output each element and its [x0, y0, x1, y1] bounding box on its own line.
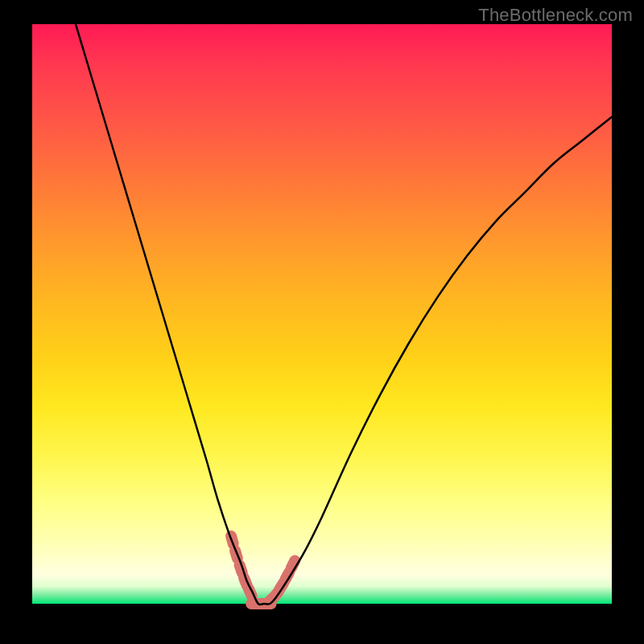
- highlight-group: [224, 529, 302, 611]
- chart-frame: TheBottleneck.com: [0, 0, 644, 644]
- plot-area: [32, 24, 612, 604]
- curve-svg: [32, 24, 612, 604]
- watermark-text: TheBottleneck.com: [478, 5, 633, 26]
- bottleneck-curve: [32, 0, 612, 605]
